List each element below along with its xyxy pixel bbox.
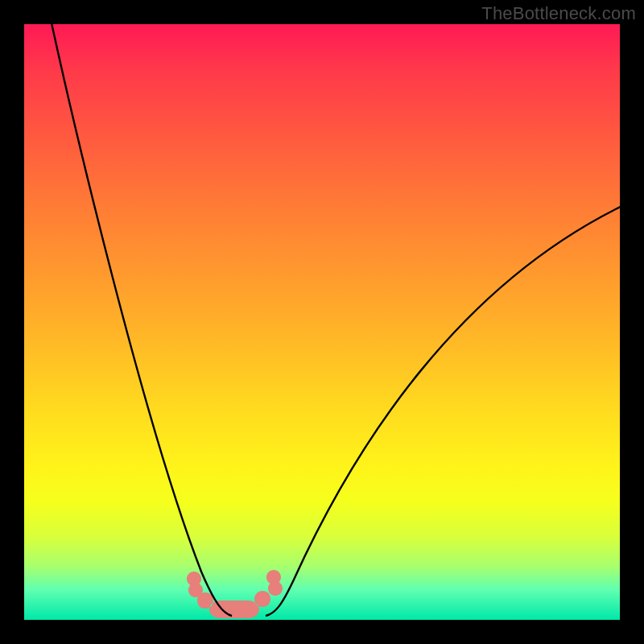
chart-frame: TheBottleneck.com (0, 0, 644, 644)
plot-area (24, 24, 620, 620)
left-curve (48, 8, 232, 616)
right-curve (266, 201, 632, 616)
valley-bumps (187, 570, 283, 618)
watermark-label: TheBottleneck.com (481, 3, 636, 24)
curves-svg (24, 24, 620, 620)
